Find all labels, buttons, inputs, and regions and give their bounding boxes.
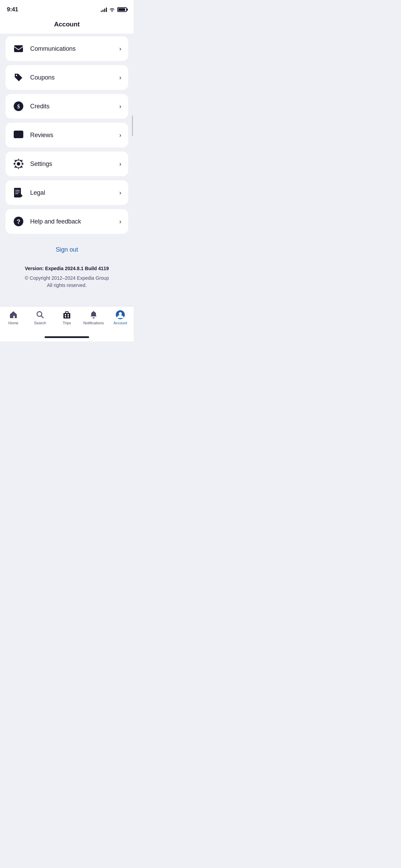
menu-item-credits[interactable]: $ Credits › (5, 94, 128, 119)
menu-item-communications[interactable]: Communications › (5, 36, 128, 61)
svg-text:$: $ (17, 104, 20, 109)
bell-icon (89, 310, 98, 320)
tab-home[interactable]: Home (0, 310, 27, 325)
chevron-right-icon: › (119, 103, 121, 110)
signal-icon (101, 7, 107, 12)
trips-icon (62, 310, 72, 320)
menu-item-settings[interactable]: Settings › (5, 152, 128, 176)
email-icon (12, 43, 25, 55)
wifi-icon (109, 7, 115, 12)
tab-notifications-label: Notifications (83, 321, 104, 325)
chevron-right-icon: › (119, 189, 121, 196)
copyright-text: © Copyright 2012–2024 Expedia Group All … (12, 275, 121, 289)
menu-item-help-label: Help and feedback (30, 218, 119, 225)
help-circle-icon: ? (12, 215, 25, 228)
menu-item-reviews-label: Reviews (30, 132, 119, 139)
menu-item-reviews[interactable]: Reviews › (5, 123, 128, 147)
menu-item-credits-label: Credits (30, 103, 119, 110)
menu-item-communications-label: Communications (30, 45, 119, 52)
tab-account[interactable]: Account (107, 310, 134, 325)
gear-icon (12, 158, 25, 170)
tab-trips[interactable]: Trips (53, 310, 80, 325)
chevron-right-icon: › (119, 74, 121, 81)
menu-item-settings-label: Settings (30, 160, 119, 168)
scrollbar (132, 116, 133, 136)
tab-trips-label: Trips (63, 321, 71, 325)
svg-text:?: ? (17, 218, 21, 225)
tab-search[interactable]: Search (27, 310, 53, 325)
menu-item-legal-label: Legal (30, 189, 119, 196)
tab-home-label: Home (8, 321, 18, 325)
svg-rect-13 (65, 314, 66, 315)
version-text: Version: Expedia 2024.8.1 Build 4119 (12, 266, 121, 271)
svg-point-1 (16, 75, 17, 76)
tab-bar: Home Search Trips (0, 306, 134, 334)
sign-out-button[interactable]: Sign out (56, 246, 78, 253)
chat-icon (12, 129, 25, 141)
menu-item-coupons-label: Coupons (30, 74, 119, 81)
battery-icon (117, 7, 127, 12)
legal-icon (12, 186, 25, 199)
tab-account-label: Account (113, 321, 127, 325)
menu-container: Communications › Coupons › $ Credits › (0, 34, 134, 306)
menu-item-coupons[interactable]: Coupons › (5, 65, 128, 90)
menu-item-legal[interactable]: Legal › (5, 180, 128, 205)
dollar-circle-icon: $ (12, 100, 25, 112)
chevron-right-icon: › (119, 160, 121, 168)
chevron-right-icon: › (119, 132, 121, 139)
svg-rect-7 (14, 188, 21, 197)
tab-notifications[interactable]: Notifications (80, 310, 107, 325)
tag-icon (12, 71, 25, 84)
svg-rect-14 (68, 314, 69, 315)
account-icon (116, 310, 125, 320)
menu-item-help[interactable]: ? Help and feedback › (5, 209, 128, 234)
status-bar: 9:41 (0, 0, 134, 17)
search-icon (35, 310, 45, 320)
svg-point-18 (119, 312, 122, 315)
status-icons (101, 7, 127, 12)
svg-rect-4 (14, 131, 23, 138)
status-time: 9:41 (7, 6, 18, 13)
chevron-right-icon: › (119, 218, 121, 225)
home-bar (0, 334, 134, 341)
page-header: Account (0, 17, 134, 34)
svg-rect-0 (14, 45, 23, 52)
home-icon (9, 310, 18, 320)
svg-rect-12 (65, 312, 68, 314)
sign-out-container: Sign out (5, 238, 128, 259)
version-container: Version: Expedia 2024.8.1 Build 4119 © C… (5, 259, 128, 299)
tab-search-label: Search (34, 321, 46, 325)
chevron-right-icon: › (119, 45, 121, 52)
svg-rect-15 (65, 316, 66, 317)
svg-point-5 (17, 162, 20, 166)
svg-rect-16 (68, 316, 69, 317)
page-title: Account (54, 21, 80, 28)
home-bar-line (45, 336, 89, 338)
